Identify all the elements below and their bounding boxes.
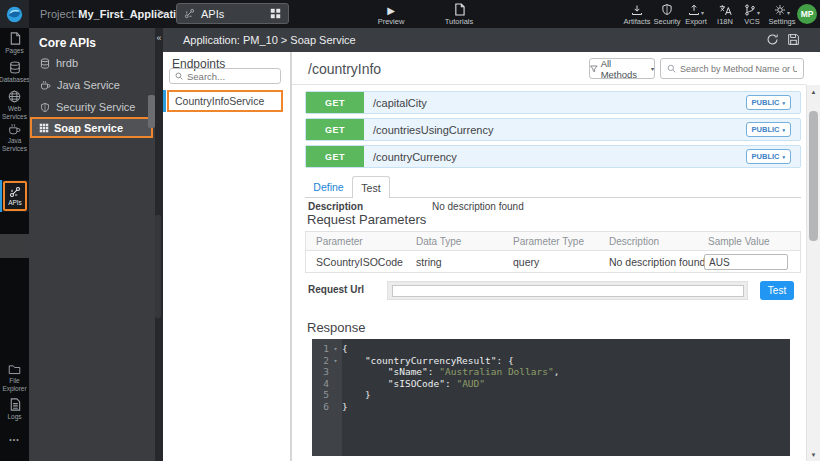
- core-api-item-soap-service-selected[interactable]: Soap Service: [30, 117, 153, 138]
- breadcrumb: Project: My_First_Application: [40, 0, 190, 28]
- tutorials-label: Tutorials: [445, 17, 473, 26]
- caret-down-icon: ▾: [782, 154, 785, 160]
- methods-filter-label: All Methods: [601, 58, 648, 80]
- core-api-item-java-service[interactable]: Java Service: [29, 74, 155, 96]
- endpoints-search-input[interactable]: [187, 71, 267, 82]
- app-header: Application: PM_10 > Soap Service: [163, 28, 820, 52]
- logs-icon: [9, 398, 21, 411]
- scroll-up-icon[interactable]: ▲: [807, 85, 820, 98]
- core-api-item-security-service[interactable]: Security Service: [29, 96, 155, 118]
- scroll-down-icon[interactable]: ▼: [807, 448, 820, 461]
- core-apis-title: Core APIs: [39, 36, 96, 50]
- tutorials-button[interactable]: Tutorials: [438, 2, 480, 26]
- tutorial-highlight-apis: APIs: [3, 181, 27, 211]
- sidebar-item-file-explorer[interactable]: File Explorer: [0, 364, 29, 392]
- caret-down-icon: ▾: [757, 9, 760, 16]
- artifacts-button[interactable]: Artifacts: [619, 2, 655, 26]
- method-path: /countriesUsingCurrency: [373, 119, 493, 140]
- filter-icon: [590, 65, 598, 73]
- user-avatar[interactable]: MP: [797, 4, 817, 24]
- method-search-box[interactable]: [660, 58, 804, 79]
- main-scrollbar[interactable]: ▲ ▼: [806, 85, 820, 461]
- upload-icon: [688, 4, 700, 16]
- methods-filter-dropdown[interactable]: All Methods ▾: [589, 58, 655, 79]
- access-dropdown[interactable]: PUBLIC ▾: [746, 122, 791, 137]
- code-line: 1▾{: [312, 343, 790, 355]
- sidebar-item-java-services[interactable]: Java Services: [0, 123, 29, 152]
- export-button[interactable]: ▾ Export: [679, 2, 713, 26]
- method-row-countriesusingcurrency[interactable]: GET /countriesUsingCurrency PUBLIC ▾: [305, 118, 801, 141]
- database-icon: [40, 58, 50, 69]
- divider-scrollbar-thumb[interactable]: [155, 215, 161, 318]
- endpoints-panel: Endpoints CountryInfoService: [163, 52, 291, 461]
- app-logo[interactable]: [0, 0, 29, 28]
- selected-indicator: [163, 90, 166, 112]
- sidebar-item-web-services[interactable]: Web Services: [0, 90, 29, 120]
- preview-label: Preview: [378, 17, 405, 26]
- method-path: /countryCurrency: [373, 146, 457, 167]
- preview-button[interactable]: ▶ Preview: [372, 2, 410, 26]
- column-header: Parameter Type: [513, 232, 584, 250]
- main-left-border: [291, 52, 292, 461]
- access-dropdown[interactable]: PUBLIC ▾: [746, 149, 791, 164]
- method-row-capitalcity[interactable]: GET /capitalCity PUBLIC ▾: [305, 91, 801, 114]
- scrollbar-thumb[interactable]: [809, 111, 818, 241]
- sidebar-item-logs[interactable]: Logs: [0, 398, 29, 421]
- response-code-editor: 1▾{ 2▾ "countryCurrencyResult": { 3 "sNa…: [312, 339, 790, 456]
- api-icon: [184, 8, 195, 19]
- tab-define[interactable]: Define: [305, 176, 352, 198]
- vcs-button[interactable]: ▾ VCS: [739, 2, 765, 26]
- sidebar-item-apis-selected[interactable]: APIs: [0, 180, 29, 212]
- code-line: 3 "sName": "Australian Dollars",: [312, 366, 790, 378]
- sidebar-item-databases[interactable]: Databases: [0, 61, 29, 84]
- sidebar-label: File Explorer: [0, 377, 29, 392]
- param-type: query: [513, 251, 539, 272]
- panel-scrollbar-thumb[interactable]: [148, 95, 155, 128]
- core-api-item-hrdb[interactable]: hrdb: [29, 52, 155, 74]
- globe-icon: [8, 90, 21, 103]
- get-method-badge: GET: [306, 146, 364, 167]
- get-method-badge: GET: [306, 119, 364, 140]
- table-header-row: Parameter Data Type Parameter Type Descr…: [305, 231, 801, 251]
- caret-down-icon: ▾: [782, 100, 785, 106]
- download-icon: [631, 2, 643, 16]
- reload-button[interactable]: [766, 33, 779, 46]
- sidebar-item-pages[interactable]: Pages: [0, 32, 29, 55]
- fold-icon: [329, 401, 342, 413]
- request-url-label: Request Url: [308, 284, 364, 295]
- caret-down-icon: ▾: [651, 65, 654, 72]
- method-search-input[interactable]: [680, 64, 797, 74]
- tab-test-active[interactable]: Test: [352, 176, 390, 198]
- grid-icon[interactable]: [270, 8, 281, 19]
- test-button[interactable]: Test: [760, 281, 794, 300]
- save-button[interactable]: [787, 33, 800, 46]
- more-menu[interactable]: •••: [0, 436, 29, 443]
- endpoint-list-item-selected[interactable]: CountryInfoService: [163, 89, 291, 113]
- sidebar-section-divider: [0, 234, 29, 258]
- coffee-icon: [40, 80, 51, 90]
- fold-icon: [329, 366, 342, 378]
- security-label: Security: [653, 17, 680, 26]
- endpoints-search-box[interactable]: [169, 68, 281, 84]
- request-url-input[interactable]: [392, 285, 744, 297]
- fold-icon: [329, 389, 342, 401]
- app-header-title: Application: PM_10 > Soap Service: [183, 28, 356, 52]
- sample-value-input[interactable]: [704, 254, 788, 270]
- fold-icon[interactable]: ▾: [329, 343, 342, 355]
- settings-button[interactable]: ▾ Settings: [765, 2, 799, 26]
- search-icon: [667, 64, 676, 73]
- access-label: PUBLIC: [752, 125, 780, 134]
- line-number: 3: [312, 366, 329, 378]
- access-dropdown[interactable]: PUBLIC ▾: [746, 95, 791, 110]
- tab-apis[interactable]: APIs: [176, 3, 289, 24]
- i18n-button[interactable]: I18N: [711, 2, 739, 26]
- column-header: Description: [609, 232, 659, 250]
- method-row-countrycurrency[interactable]: GET /countryCurrency PUBLIC ▾: [305, 145, 801, 168]
- sidebar-label: Databases: [0, 76, 30, 84]
- fold-icon[interactable]: ▾: [329, 355, 342, 367]
- shield-icon: [40, 102, 50, 113]
- api-icon: [9, 186, 21, 198]
- caret-down-icon: ▾: [701, 9, 704, 16]
- column-header: Parameter: [316, 232, 363, 250]
- project-name: My_First_Application: [78, 8, 189, 20]
